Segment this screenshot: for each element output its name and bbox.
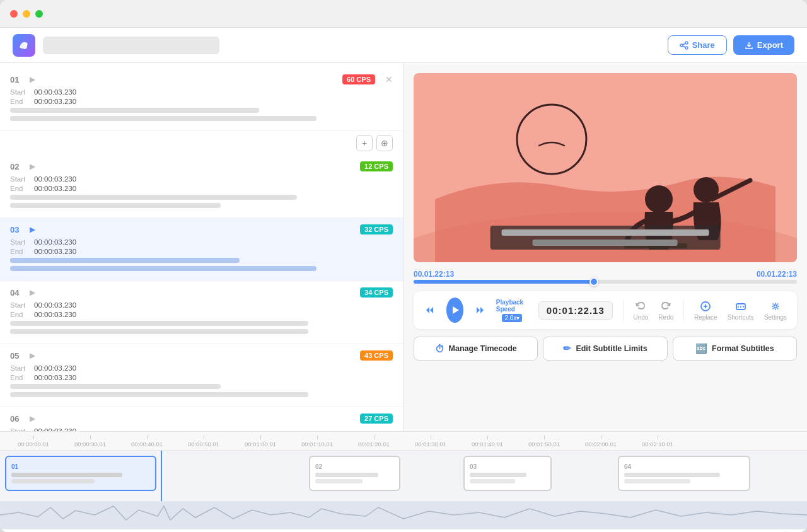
- ruler-tick: 00:00:50.01: [175, 436, 232, 448]
- main-content: 01 ▶ 60 CPS ✕ Start00:00:03.230 End00:00…: [0, 63, 807, 431]
- add-after-button[interactable]: ⊕: [376, 135, 393, 151]
- play-icon[interactable]: ▶: [28, 414, 37, 423]
- edit-icon: ✏: [563, 343, 571, 354]
- ruler-tick: 00:00:30.01: [62, 436, 119, 448]
- timeline-tracks[interactable]: 01 02 03 04: [0, 451, 807, 501]
- playback-controls: Playback Speed 2.0x▾ 00:01:22.13 Undo: [414, 291, 797, 329]
- svg-point-0: [685, 42, 688, 44]
- app-logo: [13, 34, 35, 57]
- shortcuts-icon: [734, 300, 747, 313]
- toolbar-actions: Share Export: [668, 35, 794, 55]
- titlebar: [0, 0, 807, 28]
- ruler-tick: 00:01:50.01: [516, 436, 572, 448]
- manage-timecode-button[interactable]: ⏱ Manage Timecode: [414, 337, 538, 361]
- ruler-tick: 00:02:10.01: [629, 436, 686, 448]
- text-line: [10, 195, 297, 200]
- play-icon[interactable]: ▶: [28, 351, 37, 360]
- svg-point-1: [680, 44, 683, 47]
- project-title: [43, 37, 219, 54]
- timeline-section: 00:00:00.01 00:00:30.01 00:00:40.01 00:0…: [0, 431, 807, 532]
- text-line: [10, 116, 316, 121]
- svg-point-2: [685, 47, 688, 49]
- subtitle-panel[interactable]: 01 ▶ 60 CPS ✕ Start00:00:03.230 End00:00…: [0, 63, 404, 431]
- format-icon: 🔤: [695, 343, 707, 354]
- settings-icon: [769, 300, 782, 313]
- ruler-tick: 00:01:00.01: [232, 436, 289, 448]
- ruler-tick: 00:02:00.01: [572, 436, 629, 448]
- ruler-tick: 00:01:30.01: [402, 436, 459, 448]
- cps-badge: 12 CPS: [360, 161, 393, 171]
- replace-icon: [699, 300, 712, 313]
- text-line: [10, 384, 221, 389]
- fast-forward-button[interactable]: [473, 301, 486, 319]
- cps-badge: 34 CPS: [360, 287, 393, 298]
- video-preview: [414, 73, 797, 262]
- timecode-bar: 00.01.22:13 00.01.22:13: [414, 270, 797, 279]
- add-before-button[interactable]: +: [356, 135, 373, 151]
- speed-badge: 2.0x▾: [502, 314, 522, 322]
- subtitle-item: 05 ▶ 43 CPS Start00:00:03.230 End00:00:0…: [0, 344, 403, 407]
- subtitle-item: 06 ▶ 27 CPS Start00:00:03.230 End00:00:0…: [0, 407, 403, 431]
- svg-line-3: [683, 43, 685, 45]
- share-button[interactable]: Share: [668, 35, 727, 55]
- ruler-tick: 00:00:40.01: [119, 436, 175, 448]
- play-pause-button[interactable]: [446, 298, 463, 323]
- progress-bar[interactable]: [414, 280, 797, 284]
- export-button[interactable]: Export: [733, 35, 794, 55]
- play-icon[interactable]: ▶: [28, 288, 37, 297]
- minimize-button[interactable]: [23, 10, 30, 18]
- cps-badge: 27 CPS: [360, 413, 393, 424]
- svg-point-20: [774, 304, 777, 308]
- subtitle-overlay: [491, 226, 721, 250]
- main-toolbar: Share Export: [0, 28, 807, 63]
- maximize-button[interactable]: [35, 10, 43, 18]
- ruler-tick: 00:01:10.01: [289, 436, 345, 448]
- svg-line-4: [683, 46, 685, 47]
- rewind-button[interactable]: [424, 301, 436, 319]
- settings-button[interactable]: Settings: [764, 300, 787, 321]
- play-icon[interactable]: ▶: [28, 225, 37, 234]
- ruler-tick: 00:01:40.01: [459, 436, 516, 448]
- timecode-icon: ⏱: [435, 344, 444, 354]
- svg-marker-12: [453, 306, 459, 314]
- track-block-3[interactable]: 03: [463, 456, 552, 491]
- ruler-tick: 00:01:20.01: [345, 436, 402, 448]
- track-block-4[interactable]: 04: [618, 456, 750, 491]
- subtitle-item: 02 ▶ 12 CPS Start00:00:03.230 End00:00:0…: [0, 155, 403, 218]
- replace-button[interactable]: Replace: [694, 300, 717, 321]
- text-line: [10, 392, 308, 397]
- redo-icon: [659, 300, 672, 313]
- text-line: [10, 203, 221, 208]
- progress-fill: [414, 280, 594, 284]
- cps-badge: 60 CPS: [342, 74, 375, 84]
- timecode-display: 00:01:22.13: [538, 301, 613, 320]
- redo-button[interactable]: Redo: [658, 300, 673, 321]
- track-block-2[interactable]: 02: [309, 456, 400, 491]
- text-line: [10, 258, 240, 263]
- text-line: [10, 108, 259, 113]
- ruler-tick: 00:00:00.01: [5, 436, 62, 448]
- format-subtitles-button[interactable]: 🔤 Format Subtitles: [673, 337, 797, 361]
- waveform-area: // Generate waveform bars inline - we'll…: [0, 501, 807, 529]
- subtitle-item: 01 ▶ 60 CPS ✕ Start00:00:03.230 End00:00…: [0, 68, 403, 131]
- export-icon: [745, 41, 753, 50]
- app-window: Share Export 01 ▶ 60 CPS ✕: [0, 0, 807, 532]
- playback-speed-group: Playback Speed 2.0x▾: [496, 299, 528, 322]
- progress-handle[interactable]: [589, 277, 598, 286]
- shortcuts-button[interactable]: Shortcuts: [728, 300, 754, 321]
- close-item-button[interactable]: ✕: [385, 74, 393, 84]
- text-line: [10, 329, 308, 334]
- edit-subtitle-button[interactable]: ✏ Edit Subtitle Limits: [543, 337, 667, 361]
- undo-icon: [634, 300, 647, 313]
- close-button[interactable]: [10, 10, 18, 18]
- timeline-cursor: [161, 451, 162, 501]
- cps-badge: 32 CPS: [360, 224, 393, 234]
- play-icon[interactable]: ▶: [28, 162, 37, 171]
- subtitle-item-active: 03 ▶ 32 CPS Start00:00:03.230 End00:00:0…: [0, 218, 403, 281]
- subtitle-item: 04 ▶ 34 CPS Start00:00:03.230 End00:00:0…: [0, 281, 403, 344]
- play-icon[interactable]: ▶: [28, 75, 37, 84]
- undo-button[interactable]: Undo: [633, 300, 648, 321]
- track-block-1[interactable]: 01: [5, 456, 156, 491]
- timeline-ruler: 00:00:00.01 00:00:30.01 00:00:40.01 00:0…: [0, 432, 807, 451]
- action-buttons: ⏱ Manage Timecode ✏ Edit Subtitle Limits…: [414, 337, 797, 361]
